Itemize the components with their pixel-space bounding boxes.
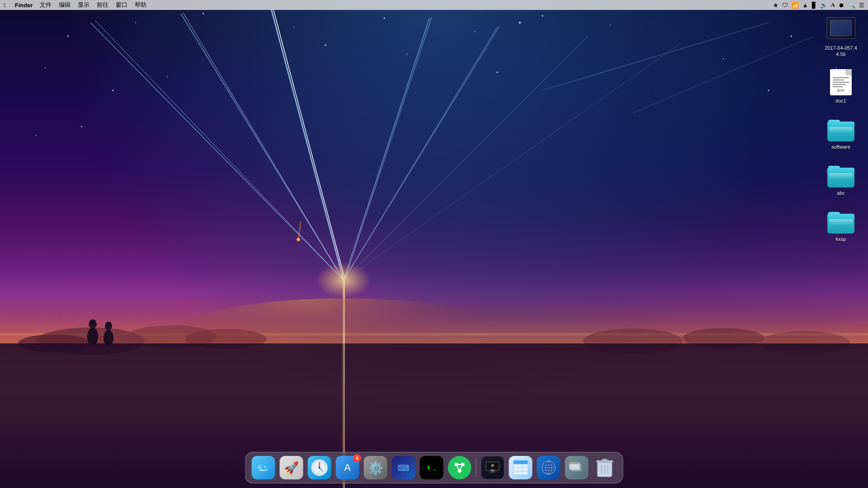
- dock-appstore[interactable]: A 4: [335, 455, 360, 480]
- desktop-icon-software[interactable]: software: [823, 113, 859, 150]
- menu-icon[interactable]: ☰: [859, 2, 864, 9]
- appstore-badge: 4: [353, 454, 361, 462]
- svg-rect-83: [490, 472, 496, 473]
- control-center-icon[interactable]: ⏺: [839, 2, 844, 9]
- menubar-right: ★ 🛡 📶 ▲ ▊ 🔊 A ⏺ 🔍 ☰: [773, 1, 864, 9]
- svg-point-70: [319, 467, 321, 469]
- svg-point-65: [265, 466, 266, 467]
- dock-finder[interactable]: [251, 455, 276, 480]
- dock-sysprefs[interactable]: ⚙️: [363, 455, 388, 480]
- abc-label: abc: [835, 189, 846, 197]
- desktop-icons: 2017-04-057.44.56 RTF doc1: [823, 14, 859, 248]
- xcode-icon: ⌨: [392, 456, 415, 479]
- menubar-finder[interactable]: Finder: [15, 2, 33, 9]
- svg-line-77: [460, 465, 463, 471]
- browser-icon: [537, 456, 561, 479]
- security-icon[interactable]: 🛡: [782, 2, 788, 9]
- star-icon[interactable]: ★: [773, 2, 778, 9]
- desktop-icon-doc1[interactable]: RTF doc1: [823, 66, 859, 104]
- menubar-edit[interactable]: 编辑: [59, 1, 71, 9]
- menubar:  Finder 文件 编辑 显示 前往 窗口 帮助 ★ 🛡 📶 ▲ ▊ 🔊 A…: [0, 0, 868, 10]
- doc1-label: doc1: [834, 97, 848, 104]
- search-icon[interactable]: 🔍: [848, 2, 855, 9]
- gitapp-icon: [448, 456, 472, 479]
- svg-rect-105: [602, 459, 608, 461]
- svg-point-100: [570, 463, 571, 464]
- sysprefs-icon: ⚙️: [364, 456, 387, 479]
- kxsp-label: kxsp: [835, 235, 848, 243]
- dock-network[interactable]: [508, 455, 533, 480]
- dock-terminal[interactable]: $ _: [419, 455, 444, 480]
- dock-xcode[interactable]: ⌨: [391, 455, 416, 480]
- svg-point-102: [573, 463, 574, 464]
- dock-windows[interactable]: [564, 455, 590, 480]
- svg-point-81: [491, 464, 494, 467]
- desktop:  Finder 文件 编辑 显示 前往 窗口 帮助 ★ 🛡 📶 ▲ ▊ 🔊 A…: [0, 0, 868, 488]
- svg-point-101: [572, 463, 573, 464]
- dock-trash[interactable]: [592, 455, 618, 480]
- rtf-file-icon: RTF: [830, 69, 852, 95]
- menubar-file[interactable]: 文件: [40, 1, 52, 9]
- svg-rect-90: [514, 460, 528, 464]
- menubar-go[interactable]: 前往: [97, 1, 108, 9]
- desktop-icon-screenshot[interactable]: 2017-04-057.44.56: [823, 14, 859, 58]
- menubar-view[interactable]: 显示: [78, 1, 90, 9]
- abc-folder-icon: [827, 166, 854, 188]
- dock-gitapp[interactable]: [447, 455, 472, 480]
- appstore-icon: A 4: [336, 456, 359, 479]
- battery-icon[interactable]: ▊: [812, 2, 816, 9]
- desktop-icon-abc[interactable]: abc: [823, 159, 859, 197]
- software-folder-icon: [827, 120, 854, 141]
- finder-icon: [252, 456, 275, 479]
- trash-icon: [593, 456, 617, 479]
- dock: 🚀 A 4: [245, 452, 623, 483]
- safari-icon: [308, 456, 331, 479]
- input-method-icon[interactable]: A: [831, 1, 835, 9]
- software-label: software: [830, 143, 852, 150]
- wifi-icon[interactable]: 📶: [792, 2, 799, 9]
- network-icon: [509, 456, 533, 479]
- wallpaper-sky: [0, 0, 868, 488]
- windows-stack-icon: [565, 456, 589, 479]
- screen-icon: [481, 456, 505, 479]
- svg-point-64: [260, 466, 261, 467]
- dock-launchpad[interactable]: 🚀: [279, 455, 304, 480]
- terminal-icon: $ _: [420, 456, 443, 479]
- dock-screen[interactable]: [480, 455, 505, 480]
- menubar-help[interactable]: 帮助: [135, 1, 146, 9]
- apple-menu[interactable]: : [4, 2, 6, 9]
- screenshot-label: 2017-04-057.44.56: [823, 44, 859, 58]
- svg-line-76: [457, 465, 460, 471]
- svg-rect-82: [491, 470, 495, 472]
- desktop-icon-kxsp[interactable]: kxsp: [823, 205, 859, 243]
- volume-icon[interactable]: 🔊: [820, 2, 827, 9]
- svg-text:A: A: [344, 462, 351, 473]
- kxsp-folder-icon: [827, 212, 854, 234]
- menubar-window[interactable]: 窗口: [116, 1, 127, 9]
- dock-browser[interactable]: [536, 455, 561, 480]
- screenshot-thumbnail: [826, 17, 855, 39]
- dock-separator: [476, 459, 476, 477]
- dock-safari[interactable]: [307, 455, 332, 480]
- svg-text:⌨: ⌨: [398, 464, 410, 473]
- menubar-left:  Finder 文件 编辑 显示 前往 窗口 帮助: [4, 1, 146, 9]
- launchpad-icon: 🚀: [280, 456, 303, 479]
- upload-icon[interactable]: ▲: [802, 2, 808, 9]
